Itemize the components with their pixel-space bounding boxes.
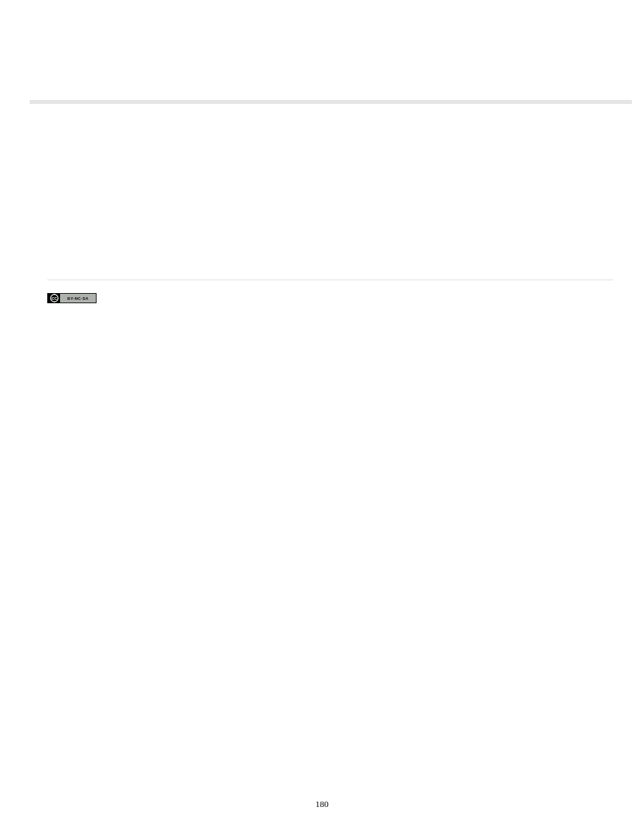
horizontal-divider	[47, 280, 613, 280]
page-number: 180	[0, 799, 644, 810]
cc-logo-icon: CC	[48, 294, 60, 303]
cc-license-terms: BY-NC-SA	[60, 294, 96, 303]
svg-text:CC: CC	[51, 296, 57, 301]
cc-license-badge: CC BY-NC-SA	[47, 293, 97, 303]
header-bar	[30, 100, 632, 104]
